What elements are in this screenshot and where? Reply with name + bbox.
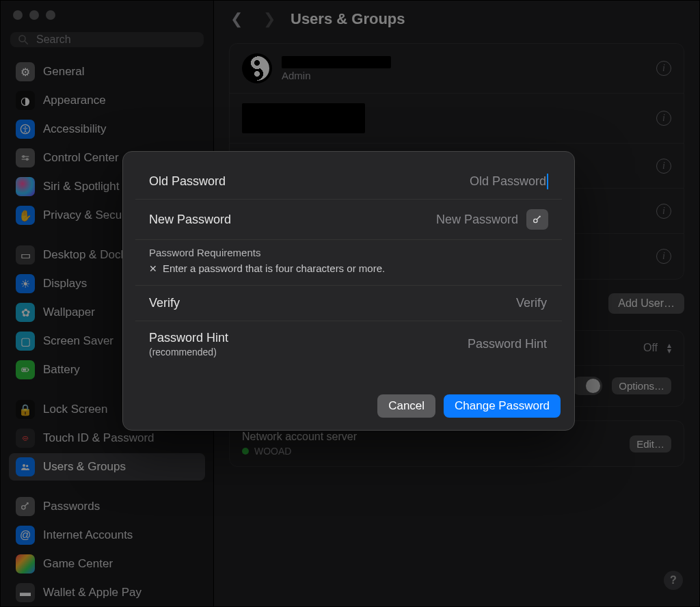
field-label: Verify bbox=[149, 296, 180, 310]
change-password-button[interactable]: Change Password bbox=[444, 394, 561, 418]
dialog-footer: Cancel Change Password bbox=[123, 367, 574, 430]
requirement-line: ✕ Enter a password that is four characte… bbox=[149, 262, 548, 274]
requirements-title: Password Requirements bbox=[149, 247, 548, 258]
hint-row: Password Hint (recommended) bbox=[135, 321, 562, 367]
verify-row: Verify bbox=[135, 286, 562, 321]
change-password-dialog: Old Password New Password Password Requi… bbox=[122, 151, 575, 431]
old-password-row: Old Password bbox=[135, 164, 562, 200]
old-password-input[interactable] bbox=[371, 174, 548, 189]
key-icon bbox=[532, 214, 543, 225]
field-label: Password Hint bbox=[149, 331, 228, 345]
field-label: Old Password bbox=[149, 174, 226, 189]
field-sublabel: (recommended) bbox=[149, 347, 228, 358]
svg-point-14 bbox=[534, 219, 537, 222]
new-password-input[interactable] bbox=[342, 212, 520, 228]
requirement-text: Enter a password that is four characters… bbox=[163, 262, 385, 274]
field-label: New Password bbox=[149, 213, 231, 227]
new-password-row: New Password bbox=[135, 200, 562, 240]
verify-password-input[interactable] bbox=[371, 295, 548, 311]
x-icon: ✕ bbox=[149, 263, 157, 274]
cancel-button[interactable]: Cancel bbox=[377, 394, 435, 418]
password-requirements: Password Requirements ✕ Enter a password… bbox=[135, 240, 562, 286]
password-suggest-button[interactable] bbox=[526, 209, 548, 230]
password-hint-input[interactable] bbox=[371, 336, 548, 352]
